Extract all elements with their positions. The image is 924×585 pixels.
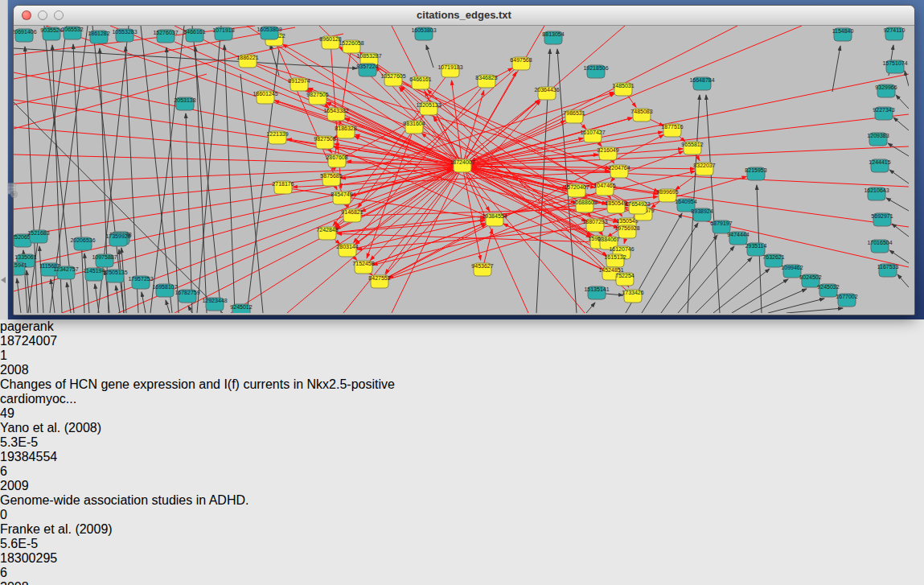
network-desktop: citations_edges.txt 18724007796382289601… xyxy=(7,0,924,319)
graph-node-label: 16120746 xyxy=(609,246,634,252)
graph-node-label: 2718176 xyxy=(272,181,294,187)
graph-node-label: 1521683 xyxy=(27,230,49,236)
citation-edge-black xyxy=(67,282,71,313)
graph-node-label: 17016504 xyxy=(867,240,892,245)
table-row[interactable]: 1830029562008Estimation of significance … xyxy=(0,551,924,585)
graph-node-label: 8466161 xyxy=(183,29,205,35)
graph-node-label: 1071918 xyxy=(212,27,234,33)
table-cell[interactable]: 1 xyxy=(0,348,72,363)
graph-node-label: 16543382 xyxy=(323,108,348,113)
table-cell[interactable]: 5.6E-5 xyxy=(0,537,67,551)
citation-edge-black xyxy=(116,286,120,313)
graph-node-label: 8938924 xyxy=(691,208,713,214)
graph-node-label: 10853287 xyxy=(356,53,381,59)
table-cell[interactable]: 6 xyxy=(0,566,72,580)
panel-collapse-arrow-icon[interactable] xyxy=(1,277,6,283)
citation-edge-red xyxy=(287,166,462,313)
table-cell[interactable]: 2009 xyxy=(0,479,61,493)
citation-edge-red xyxy=(462,166,909,267)
graph-node-label: 15751074 xyxy=(882,60,907,66)
graph-node-label: 9245012 xyxy=(230,304,252,310)
graph-node-label: 2803144 xyxy=(336,244,358,249)
cytoscape-app: citations_edges.txt 18724007796382289601… xyxy=(0,0,924,585)
citation-edge-black xyxy=(889,170,909,183)
graph-node-label: 8024502 xyxy=(799,274,821,280)
table-cell[interactable]: 49 xyxy=(0,406,56,421)
graph-node-label: 9884067 xyxy=(598,237,619,242)
table-row[interactable]: 1872400712008Changes of HCN gene express… xyxy=(0,334,924,450)
table-cell[interactable]: 2008 xyxy=(0,363,61,377)
graph-node-label: 17957253 xyxy=(128,276,153,282)
network-view-window[interactable]: citations_edges.txt 18724007796382289601… xyxy=(13,5,915,315)
table-cell[interactable]: Franke et al. (2009) xyxy=(0,522,138,537)
citation-edge-red xyxy=(462,26,802,166)
table-row[interactable]: 1938455462009Genome-wide association stu… xyxy=(0,450,924,551)
graph-node-label: 8215953 xyxy=(745,167,766,173)
table-cell[interactable]: 19384554 xyxy=(0,450,75,464)
citation-edge-black xyxy=(893,117,909,130)
graph-node-label: 16782759 xyxy=(175,290,199,295)
graph-node-label: 16053803 xyxy=(411,27,436,33)
table-cell[interactable]: 2008 xyxy=(0,580,61,585)
graph-node-label: 12505135 xyxy=(102,270,127,275)
graph-node-label: 14524851 xyxy=(598,267,623,273)
graph-node-label: 9474444 xyxy=(727,232,749,237)
graph-node-label: 10553283 xyxy=(112,29,137,35)
citation-edge-black xyxy=(14,48,357,68)
table-cell[interactable]: 5.3E-5 xyxy=(0,435,67,450)
graph-node-label: 15135141 xyxy=(584,286,609,292)
table-cell[interactable]: 18724007 xyxy=(0,334,75,348)
graph-node-label: 1335061 xyxy=(14,254,36,260)
graph-node-label: 1677002 xyxy=(836,294,857,299)
graph-node-label: 5875685 xyxy=(320,173,342,179)
graph-node-label: 9827508 xyxy=(314,136,335,142)
graph-node-label: 1640954 xyxy=(675,199,696,204)
citation-edge-black xyxy=(786,308,843,313)
graph-node-label: 5692971 xyxy=(871,213,893,219)
table-cell[interactable]: 0 xyxy=(0,508,56,522)
graph-node-label: 8346823 xyxy=(475,75,497,80)
graph-node-label: 8322037 xyxy=(693,163,715,168)
graph-node-label: 1615132 xyxy=(604,254,626,260)
graph-node-label: 1886221 xyxy=(236,55,258,60)
graph-node-label: 7632621 xyxy=(762,254,784,260)
graph-node-label: 1733426 xyxy=(622,290,643,295)
west-panel-edge xyxy=(0,0,8,319)
window-titlebar[interactable]: citations_edges.txt xyxy=(14,6,914,26)
graph-node-label: 9274110 xyxy=(884,27,906,33)
table-cell[interactable]: Genome-wide association studies in ADHD. xyxy=(0,493,396,508)
graph-node-label: 16210643 xyxy=(864,187,889,193)
table-cell[interactable]: Yano et al. (2008) xyxy=(0,421,138,435)
column-header-pagerank[interactable]: pagerank xyxy=(0,319,67,334)
citation-edge-black xyxy=(188,306,192,313)
citation-edge-black xyxy=(195,47,207,313)
citation-edge-red xyxy=(231,166,462,313)
graph-node-label: 7152458 xyxy=(352,261,374,266)
graph-node-label: 15720407 xyxy=(564,184,589,190)
graph-node-label: 13205133 xyxy=(416,102,441,108)
graph-node-label: 2053138 xyxy=(174,97,195,103)
graph-node-label: 9245032 xyxy=(817,284,839,290)
citation-edge-red xyxy=(14,166,462,209)
citation-edge-black xyxy=(706,95,720,313)
graph-node-label: 17654923 xyxy=(625,201,650,207)
graph-node-label: 1099462 xyxy=(781,265,803,270)
graph-node-label: 8912974 xyxy=(288,78,310,84)
table-cell[interactable]: 6 xyxy=(0,464,72,479)
graph-node-label: 16053809 xyxy=(257,27,281,32)
graph-node-label: 1065532 xyxy=(61,27,83,32)
citation-edge-black xyxy=(661,235,717,313)
citation-edge-red xyxy=(462,114,909,166)
graph-node-label: 1047465 xyxy=(593,183,615,188)
graph-node-label: 8454749 xyxy=(331,192,352,197)
network-graph[interactable]: 1872400779638228960128152260588912974982… xyxy=(14,26,909,313)
graph-node-label: 16958107 xyxy=(152,284,177,290)
table-cell[interactable]: Changes of HCN gene expression and I(f) … xyxy=(0,377,396,406)
graph-node-label: 20691406 xyxy=(14,29,37,35)
graph-node-label: 3915941 xyxy=(14,262,27,268)
network-canvas[interactable]: 1872400779638228960128152260588912974982… xyxy=(14,26,914,316)
graph-node-label: 6466161 xyxy=(409,76,431,82)
graph-node-label: 12923448 xyxy=(202,298,227,303)
table-cell[interactable]: 18300295 xyxy=(0,551,75,566)
graph-node-label: 9827505 xyxy=(306,92,328,97)
